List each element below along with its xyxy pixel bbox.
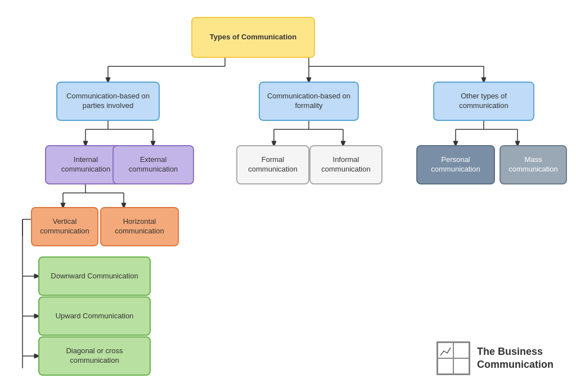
- l4-upward-label: Upward Communication: [56, 312, 134, 321]
- l1-left-node: Communication-based on parties involved: [56, 82, 160, 121]
- logo-line2: Communication: [477, 358, 554, 371]
- root-node: Types of Communication: [191, 17, 315, 58]
- logo: The Business Communication: [436, 341, 554, 375]
- root-label: Types of Communication: [210, 33, 296, 42]
- l4-downward-label: Downward Communication: [51, 272, 138, 281]
- l1-right-node: Other types of communication: [433, 82, 534, 121]
- l2-informal-node: Informal communication: [309, 145, 382, 184]
- logo-chart-icon: [436, 341, 470, 375]
- logo-text: The Business Communication: [477, 345, 554, 372]
- logo-chart-cell-bl: [438, 358, 453, 374]
- l2-formal-node: Formal communication: [236, 145, 309, 184]
- l3-horizontal-node: Horizontal communication: [100, 207, 179, 246]
- l1-right-label: Other types of communication: [440, 92, 528, 111]
- logo-chart-cell-tl: [438, 343, 453, 358]
- l2-mass-node: Mass communication: [500, 145, 567, 184]
- l4-downward-node: Downward Communication: [38, 256, 151, 296]
- l1-left-label: Communication-based on parties involved: [63, 92, 153, 111]
- l2-external-label: External communication: [119, 155, 187, 174]
- l4-upward-node: Upward Communication: [38, 296, 151, 336]
- l2-mass-label: Mass communication: [506, 155, 560, 174]
- logo-chart-cell-tr: [453, 343, 469, 358]
- l3-horizontal-label: Horizontal communication: [107, 217, 172, 236]
- l3-vertical-label: Vertical communication: [38, 217, 92, 236]
- l2-personal-label: Personal communication: [423, 155, 488, 174]
- logo-chart-svg: [439, 344, 452, 357]
- l4-diagonal-node: Diagonal or cross communication: [38, 336, 151, 376]
- l2-informal-label: Informal communication: [316, 155, 376, 174]
- l3-vertical-node: Vertical communication: [31, 207, 98, 246]
- logo-line1: The Business: [477, 345, 554, 358]
- l1-mid-node: Communication-based on formality: [259, 82, 359, 121]
- diagram: Types of Communication Communication-bas…: [0, 0, 576, 392]
- l2-external-node: External communication: [112, 145, 194, 184]
- l4-diagonal-label: Diagonal or cross communication: [45, 346, 144, 366]
- logo-chart-cell-br: [453, 358, 469, 374]
- l1-mid-label: Communication-based on formality: [266, 92, 352, 111]
- l2-internal-label: Internal communication: [52, 155, 120, 174]
- l2-personal-node: Personal communication: [416, 145, 495, 184]
- l2-formal-label: Formal communication: [243, 155, 303, 174]
